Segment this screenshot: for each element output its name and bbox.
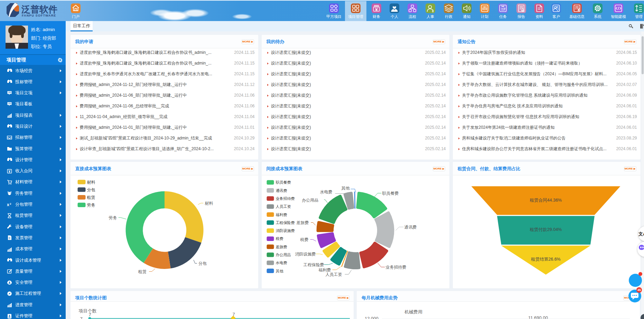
- svg-text:人员工资: 人员工资: [276, 204, 291, 209]
- svg-text:税费: 税费: [276, 236, 283, 241]
- svg-text:材料: 材料: [204, 201, 213, 206]
- svg-text:工程保险费: 工程保险费: [276, 220, 295, 224]
- svg-text:x: x: [7, 202, 9, 207]
- svg-text:劳务: 劳务: [109, 215, 117, 220]
- svg-text:税费: 税费: [300, 237, 308, 242]
- svg-text:租赁: 租赁: [86, 195, 95, 200]
- svg-text:差旅费: 差旅费: [296, 220, 309, 225]
- svg-text:业务招待费: 业务招待费: [276, 196, 295, 200]
- svg-text:业务招待费: 业务招待费: [385, 265, 406, 270]
- svg-text:其他: 其他: [341, 185, 350, 190]
- svg-text:福利费: 福利费: [318, 268, 331, 272]
- svg-text:福利费: 福利费: [276, 212, 287, 216]
- svg-text:水电费: 水电费: [276, 261, 287, 265]
- svg-text:人员工资: 人员工资: [325, 272, 342, 277]
- svg-text:消防设施费: 消防设施费: [276, 229, 295, 233]
- svg-text:材料: 材料: [86, 180, 95, 184]
- svg-text:差旅费: 差旅费: [276, 244, 287, 249]
- svg-text:职员餐费: 职员餐费: [276, 180, 291, 184]
- svg-text:租赁合同44.36%: 租赁合同44.36%: [529, 198, 561, 203]
- svg-text:分包: 分包: [198, 261, 207, 266]
- svg-text:分包: 分包: [87, 187, 95, 192]
- svg-text:2: 2: [10, 202, 11, 205]
- svg-text:通讯费: 通讯费: [276, 188, 287, 192]
- svg-text:办公用品: 办公用品: [302, 197, 318, 202]
- svg-text:职员餐费: 职员餐费: [382, 191, 399, 196]
- svg-text:租赁: 租赁: [138, 269, 147, 274]
- svg-text:其他: 其他: [276, 269, 283, 273]
- svg-text:消防设施费: 消防设施费: [295, 252, 316, 257]
- svg-text:办公用品: 办公用品: [276, 253, 291, 257]
- svg-text:工程保险费: 工程保险费: [303, 262, 324, 267]
- svg-text:水电费: 水电费: [320, 190, 332, 194]
- svg-text:劳务: 劳务: [87, 203, 95, 207]
- svg-text:通讯费: 通讯费: [404, 225, 417, 230]
- svg-text:租赁付款29.04%: 租赁付款29.04%: [529, 227, 561, 232]
- svg-text:租赁结算26.6%: 租赁结算26.6%: [531, 257, 560, 261]
